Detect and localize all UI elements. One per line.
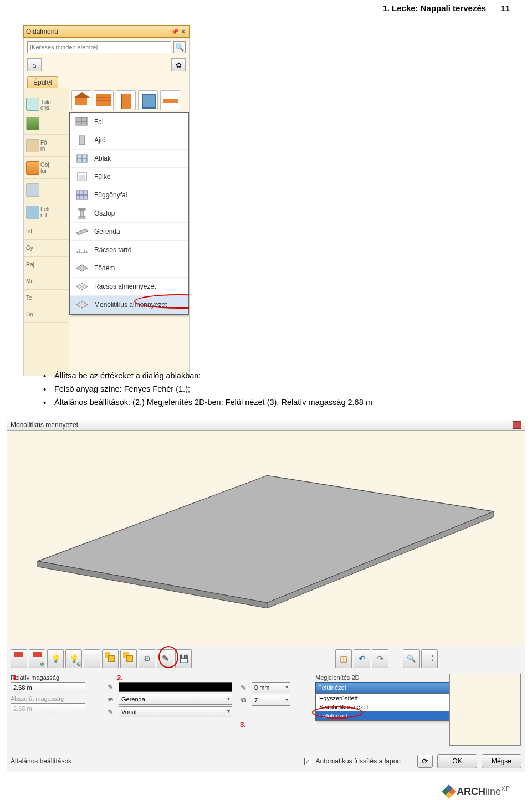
toolbar-redo-button[interactable]	[372, 649, 388, 668]
menu-item-slab[interactable]: Födém	[70, 259, 188, 278]
gear-icon[interactable]: ✿	[171, 58, 186, 71]
svg-rect-3	[79, 136, 85, 145]
linetype-dropdown[interactable]: Vonal	[119, 706, 232, 717]
column-menu-icon	[74, 207, 90, 219]
truss-menu-icon	[74, 244, 90, 256]
pin-icon[interactable]: 📌	[171, 28, 179, 35]
leftcol-icon	[26, 183, 39, 197]
layer-dropdown[interactable]: Gerenda	[119, 694, 232, 705]
menu-item-niche[interactable]: Fülke	[70, 168, 188, 186]
annotation-2: 2.	[117, 674, 123, 682]
instruction-line: Állítsa be az értékeket a dialóg ablakba…	[43, 370, 487, 382]
leftcol-cell[interactable]: Do	[24, 306, 69, 323]
relative-height-input[interactable]	[11, 682, 85, 693]
dialog-footer: Általános beállítások ✓ Automatikus fris…	[7, 748, 525, 772]
sidepanel-body: Tulaons Föm Objtur Felrrt h Int Gy Raj M…	[23, 88, 190, 376]
toolbar-group2-button[interactable]	[120, 649, 137, 668]
toolbar-zoom-button[interactable]	[403, 649, 420, 668]
display2d-dropdown[interactable]: Felülnézet	[315, 682, 465, 693]
menu-item-grid-ceiling[interactable]: Rácsos álmennyezet	[70, 278, 188, 296]
lineweight-dropdown[interactable]: 0 mm	[252, 682, 290, 693]
menu-item-column[interactable]: Oszlop	[70, 204, 188, 223]
toolbar-material-red-button[interactable]	[11, 649, 27, 668]
page-number: 11	[500, 3, 510, 13]
slab-icon[interactable]	[160, 90, 180, 110]
ceiling-3d-preview	[7, 431, 525, 646]
leftcol-cell[interactable]	[24, 112, 69, 135]
general-settings-label: Általános beállítások	[11, 757, 71, 765]
leftcol-cell[interactable]: Objtur	[24, 157, 69, 179]
leftcol-cell[interactable]: Raj	[24, 257, 69, 273]
toolbar-save-button[interactable]	[175, 649, 192, 668]
toolbar-undo-button[interactable]	[354, 649, 370, 668]
leftcol-cell[interactable]: Int	[24, 223, 69, 240]
instruction-line: Felső anyag színe: Fényes Fehér (1.);	[43, 383, 487, 396]
toolbar-material-add-button[interactable]	[29, 649, 45, 668]
grid-ceiling-menu-icon	[74, 280, 90, 293]
leftcol-cell[interactable]: Felrrt h	[24, 201, 69, 223]
menu-item-beam[interactable]: Gerenda	[70, 223, 188, 241]
ok-button[interactable]: OK	[437, 754, 477, 768]
menu-item-truss[interactable]: Rácsos tartó	[70, 241, 188, 259]
leftcol-icon	[26, 139, 39, 152]
relative-height-label: Relatív magasság	[11, 674, 99, 681]
dialog-close-icon[interactable]	[513, 421, 521, 429]
svg-rect-8	[79, 175, 85, 181]
auto-refresh-checkbox[interactable]: ✓	[304, 758, 311, 765]
house-icon[interactable]	[71, 90, 91, 110]
toolbar-zoomfit-button[interactable]	[421, 649, 438, 668]
search-icon[interactable]: 🔍	[173, 41, 186, 53]
refresh-button[interactable]: ⟳	[417, 755, 433, 768]
toolbar-edit-button[interactable]	[157, 649, 173, 668]
lesson-title: 1. Lecke: Nappali tervezés	[382, 3, 486, 13]
tab-building[interactable]: Épület	[27, 76, 58, 88]
home-icon[interactable]: ⌂	[27, 58, 42, 71]
menu-item-wall[interactable]: Fal	[70, 113, 188, 131]
absolute-height-input[interactable]	[11, 703, 85, 714]
dialog-screenshot: Monolitikus mennyezet	[7, 419, 525, 772]
monolithic-ceiling-menu-icon	[74, 299, 90, 311]
toolbar-light-add-button[interactable]	[65, 649, 82, 668]
menu-item-door[interactable]: Ajtó	[70, 131, 188, 150]
annotation-1: 1.	[13, 674, 19, 682]
close-icon[interactable]: ✕	[179, 28, 187, 35]
side-panel-screenshot: Oldalmenü 📌 ✕ 🔍 ⌂ ✿ Épület Tulaons Föm O…	[23, 25, 190, 358]
menu-item-curtainwall[interactable]: Függönyfal	[70, 186, 188, 204]
search-input[interactable]	[27, 41, 171, 53]
niche-menu-icon	[74, 171, 90, 183]
pen-color-swatch[interactable]	[119, 682, 232, 692]
wall-icon[interactable]	[94, 90, 114, 110]
auto-refresh-label: Automatikus frissítés a lapon	[316, 757, 401, 765]
page-header: 1. Lecke: Nappali tervezés 11	[0, 3, 510, 13]
logo-diamond-icon	[442, 784, 456, 798]
toolbar-light-button[interactable]	[47, 649, 64, 668]
building-element-menu: Fal Ajtó Ablak Fülke Függönyfal Oszlop G…	[69, 112, 189, 315]
leftcol-cell[interactable]: Föm	[24, 135, 69, 157]
cancel-button[interactable]: Mégse	[482, 754, 521, 768]
menu-item-monolithic-ceiling[interactable]: Monolitikus álmennyezet	[70, 296, 188, 314]
toolbar-layers-button[interactable]	[84, 649, 100, 668]
leftcol-cell[interactable]	[24, 179, 69, 201]
toolbar-group1-button[interactable]	[102, 649, 119, 668]
toolbar-settings-button[interactable]	[139, 649, 155, 668]
priority-dropdown[interactable]: 7	[252, 695, 290, 706]
leftcol-cell[interactable]: Te	[24, 290, 69, 306]
leftcol-cell-properties[interactable]: Tulaons	[24, 88, 69, 112]
dd-option-simplified[interactable]: Egyszerűsített	[316, 694, 461, 702]
absolute-height-label: Abszolút magasság	[11, 695, 99, 702]
menu-item-window[interactable]: Ablak	[70, 150, 188, 168]
leftcol-cell[interactable]: Gy	[24, 240, 69, 257]
display2d-option-list: Egyszerűsített Szimbolikus nézet Felülné…	[315, 693, 462, 721]
window-icon[interactable]	[138, 90, 158, 110]
instruction-list: Állítsa be az értékeket a dialóg ablakba…	[43, 370, 487, 409]
dd-option-symbolic[interactable]: Szimbolikus nézet	[316, 702, 461, 711]
footer-logo: ARCHlineXP	[444, 785, 510, 798]
toolbar-3d-button[interactable]	[335, 649, 352, 668]
dd-option-topview[interactable]: Felülnézet	[316, 711, 461, 720]
curtainwall-menu-icon	[74, 189, 90, 201]
door-icon[interactable]	[116, 90, 136, 110]
door-menu-icon	[74, 134, 90, 146]
dialog-toolbar	[7, 646, 525, 671]
leftcol-cell[interactable]: Me	[24, 273, 69, 290]
sidepanel-tab-row: Épület	[23, 75, 190, 88]
